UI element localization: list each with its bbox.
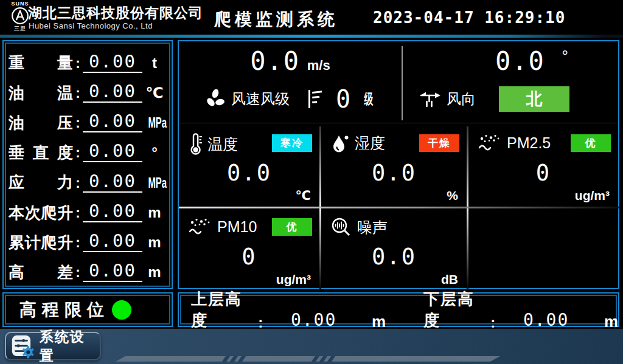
row-value: 0.00 — [83, 171, 142, 193]
particles-icon — [478, 133, 501, 153]
datetime-display: 2023-04-17 16:29:10 — [373, 9, 565, 27]
sensor-label: PM2.5 — [507, 134, 551, 152]
sensor-value: 0 — [179, 244, 319, 270]
row-unit: t — [142, 55, 167, 73]
row-label: 累计爬升 — [9, 233, 73, 252]
upper-height-value: 0.00 — [264, 310, 363, 331]
humidity-status-badge: 干燥 — [419, 134, 459, 152]
row-label: 本次爬升 — [9, 204, 73, 222]
sensor-unit: % — [447, 188, 458, 203]
header-underline — [0, 35, 623, 38]
wind-direction-value: 0.0 — [495, 46, 545, 76]
temperature-cell: 温度 寒冷 0.0 ℃ — [179, 125, 319, 207]
sensor-label: 噪声 — [357, 218, 388, 238]
elevation-limit-label: 高程限位 — [19, 298, 110, 321]
sidebar-row-total-climb: 累计爬升: 0.00 m — [9, 227, 167, 252]
upper-height-unit: m — [372, 312, 386, 331]
header: SUNS 三思 湖北三思科技股份有限公司 Hubei Sansi Technol… — [0, 0, 623, 35]
wind-direction-section: 0.0 ° 风向 北 — [403, 41, 619, 123]
lower-height-value: 0.00 — [496, 310, 596, 331]
lower-height-unit: m — [604, 312, 618, 331]
humidity-cell: 湿度 干燥 0.0 % — [321, 125, 467, 207]
pm10-cell: PM10 优 0 ug/m³ — [179, 208, 319, 290]
droplet-icon — [331, 134, 349, 153]
sensor-unit: ℃ — [296, 188, 311, 203]
system-settings-button[interactable]: 系统设置 — [5, 332, 101, 360]
row-value: 0.00 — [83, 81, 142, 103]
noise-magnifier-icon — [331, 217, 352, 238]
row-label: 油 压 — [9, 114, 73, 132]
sidebar-row-current-climb: 本次爬升: 0.00 m — [9, 197, 167, 222]
sidebar-row-verticality: 垂直度: 0.00 ° — [9, 137, 167, 162]
row-value: 0.00 — [83, 140, 142, 162]
thermometer-icon — [189, 133, 202, 155]
wind-vane-icon — [419, 90, 440, 108]
sensor-unit: dB — [441, 272, 458, 287]
sidebar-row-stress: 应 力: 0.00 MPa — [9, 167, 167, 193]
settings-sliders-gear-icon — [10, 334, 35, 359]
row-unit: m — [142, 204, 167, 222]
page-title: 爬模监测系统 — [214, 8, 338, 31]
empty-cell — [468, 208, 618, 290]
wind-grid-separator — [179, 123, 618, 123]
row-value: 0.00 — [83, 260, 142, 282]
settings-button-label: 系统设置 — [40, 328, 100, 364]
row-value: 0.00 — [83, 51, 142, 73]
row-label: 应 力 — [9, 173, 73, 192]
elevation-limit-panel: 高程限位 — [2, 292, 173, 327]
temperature-status-badge: 寒冷 — [272, 134, 312, 152]
wind-level-unit: 级 — [364, 89, 374, 109]
row-unit: m — [142, 234, 167, 252]
row-unit: ℃ — [142, 84, 167, 103]
sensor-label: 温度 — [207, 134, 238, 154]
wind-speed-value: 0.0 — [250, 46, 300, 76]
wind-level-flag-icon — [307, 89, 322, 109]
row-label: 高 差 — [9, 263, 73, 282]
noise-cell: 噪声 0.0 dB — [321, 208, 467, 290]
footer-bar: 系统设置 — [0, 329, 623, 364]
pm25-cell: PM2.5 优 0 ug/m³ — [468, 125, 618, 207]
wind-direction-reading-badge: 北 — [499, 86, 569, 112]
row-unit: ° — [142, 144, 167, 162]
sensor-value: 0.0 — [321, 244, 467, 270]
lower-height-label: 下层高度 — [423, 289, 489, 331]
row-value: 0.00 — [83, 111, 142, 132]
row-label: 重 量 — [9, 53, 73, 72]
row-unit: MPa — [148, 174, 167, 191]
wind-level-value: 0 — [336, 85, 352, 113]
sidebar-row-height-diff: 高 差: 0.00 m — [9, 256, 167, 282]
wind-direction-label: 风向 — [447, 89, 476, 109]
company-name-cn: 湖北三思科技股份有限公司 — [28, 4, 203, 22]
row-unit: MPa — [148, 114, 167, 131]
sensor-label: 湿度 — [355, 133, 385, 153]
sansi-logo-icon — [11, 7, 29, 25]
sensor-value: 0.0 — [321, 160, 467, 186]
elevation-limit-status-light — [112, 300, 131, 320]
company-name-en: Hubei Sansi Technology Co., Ltd — [29, 21, 153, 30]
row-value: 0.00 — [83, 201, 142, 222]
sensor-value: 0 — [468, 160, 618, 186]
upper-height-label: 上层高度 — [191, 289, 257, 331]
sidebar-row-oil-temp: 油 温: 0.00 ℃ — [9, 77, 167, 103]
sidebar-row-oil-pressure: 油 压: 0.00 MPa — [9, 107, 167, 132]
lower-height-group: 下层高度 : 0.00 m — [423, 289, 618, 331]
sensor-value: 0.0 — [179, 160, 319, 186]
pm25-status-badge: 优 — [571, 134, 611, 152]
row-value: 0.00 — [83, 230, 142, 252]
layer-heights-bar: 上层高度 : 0.00 m 下层高度 : 0.00 m — [178, 292, 619, 327]
sensor-unit: ug/m³ — [276, 272, 311, 287]
fan-icon — [204, 88, 226, 110]
upper-height-group: 上层高度 : 0.00 m — [191, 289, 386, 331]
sensor-label: PM10 — [217, 218, 257, 236]
particles-icon — [189, 217, 212, 236]
row-unit: m — [142, 264, 167, 282]
row-label: 垂直度 — [9, 143, 73, 162]
row-label: 油 温 — [9, 84, 73, 103]
sensor-readouts-sidebar: 重 量: 0.00 t 油 温: 0.00 ℃ 油 压: 0.00 MPa 垂直… — [2, 40, 173, 289]
environment-monitor-panel: 0.0 m/s 风速风级 0 级 — [178, 40, 619, 289]
wind-speed-label: 风速风级 — [231, 89, 290, 109]
pm10-status-badge: 优 — [272, 218, 312, 236]
sidebar-row-weight: 重 量: 0.00 t — [9, 47, 167, 73]
sensor-unit: ug/m³ — [575, 188, 610, 203]
footer-decorative-stripe — [116, 356, 500, 362]
